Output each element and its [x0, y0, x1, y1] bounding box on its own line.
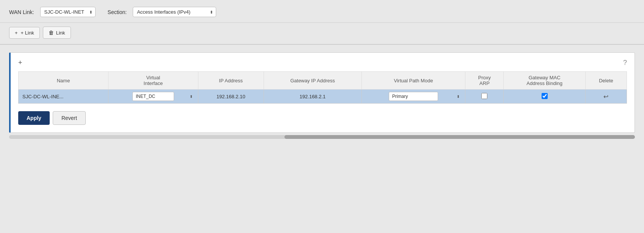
- card: + ? Name VirtualInterface IP Address Gat…: [9, 52, 635, 133]
- help-icon[interactable]: ?: [623, 59, 627, 67]
- interfaces-table: Name VirtualInterface IP Address Gateway…: [18, 71, 627, 104]
- add-link-button[interactable]: + + Link: [9, 27, 40, 39]
- cell-proxy-arp[interactable]: [465, 90, 504, 104]
- col-gateway-mac: Gateway MACAddress Binding: [504, 72, 585, 90]
- gateway-mac-checkbox[interactable]: [542, 93, 548, 99]
- cell-virtual-interface[interactable]: INET_DC: [108, 90, 198, 104]
- cell-name: SJC-DC-WL-INE...: [19, 90, 108, 104]
- col-proxy-arp: ProxyARP: [465, 72, 504, 90]
- horizontal-scrollbar-thumb[interactable]: [284, 135, 635, 139]
- wan-link-select[interactable]: SJC-DC-WL-INET: [40, 7, 96, 17]
- wan-link-label: WAN Link:: [9, 9, 34, 15]
- col-gateway-ip: Gateway IP Address: [264, 72, 361, 90]
- revert-button[interactable]: Revert: [53, 111, 86, 125]
- main-content: + ? Name VirtualInterface IP Address Gat…: [0, 45, 644, 146]
- cell-delete[interactable]: ↩: [585, 90, 627, 104]
- gateway-ip-value: 192.168.2.1: [300, 94, 326, 99]
- col-name: Name: [19, 72, 108, 90]
- top-bar: WAN Link: SJC-DC-WL-INET Section: Access…: [0, 0, 644, 23]
- virtual-path-mode-select[interactable]: Primary: [389, 92, 438, 101]
- trash-icon: 🗑: [49, 30, 54, 36]
- row-revert-icon[interactable]: ↩: [603, 93, 608, 100]
- proxy-arp-checkbox[interactable]: [481, 93, 487, 99]
- wan-link-select-wrapper[interactable]: SJC-DC-WL-INET: [40, 7, 96, 17]
- ip-address-value: 192.168.2.10: [217, 94, 245, 99]
- section-select[interactable]: Access Interfaces (IPv4): [133, 7, 216, 17]
- name-value: SJC-DC-WL-INE...: [22, 94, 63, 99]
- add-row-icon[interactable]: +: [18, 59, 22, 67]
- col-delete: Delete: [585, 72, 627, 90]
- table-header-row: Name VirtualInterface IP Address Gateway…: [19, 72, 627, 90]
- col-virtual-interface: VirtualInterface: [108, 72, 198, 90]
- cell-ip-address: 192.168.2.10: [198, 90, 264, 104]
- col-ip-address: IP Address: [198, 72, 264, 90]
- card-header: + ?: [18, 59, 627, 67]
- plus-icon: +: [15, 30, 18, 36]
- actions-row: Apply Revert: [18, 111, 627, 125]
- toolbar: + + Link 🗑 Link: [0, 23, 644, 45]
- delete-link-button[interactable]: 🗑 Link: [43, 27, 71, 39]
- table-row: SJC-DC-WL-INE... INET_DC 192.168.2.10 19…: [19, 90, 627, 104]
- section-label: Section:: [108, 9, 127, 15]
- virtual-interface-select[interactable]: INET_DC: [132, 92, 174, 101]
- apply-button[interactable]: Apply: [18, 111, 50, 125]
- cell-gateway-ip: 192.168.2.1: [264, 90, 361, 104]
- cell-virtual-path-mode[interactable]: Primary: [361, 90, 465, 104]
- cell-gateway-mac-binding[interactable]: [504, 90, 585, 104]
- horizontal-scrollbar-track[interactable]: [9, 135, 635, 139]
- col-virtual-path-mode: Virtual Path Mode: [361, 72, 465, 90]
- section-select-wrapper[interactable]: Access Interfaces (IPv4): [133, 7, 216, 17]
- add-link-label: + Link: [21, 30, 34, 36]
- delete-link-label: Link: [56, 30, 65, 36]
